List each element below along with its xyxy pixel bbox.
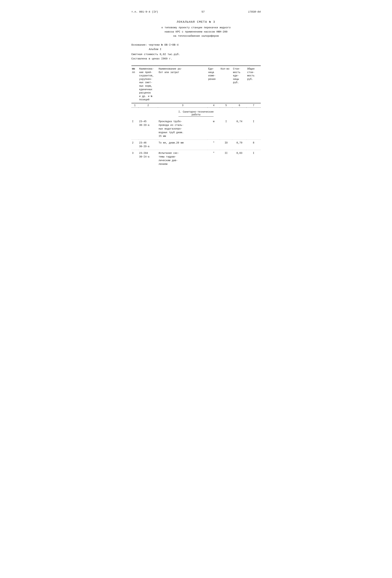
col-num-7: 7: [246, 103, 261, 108]
row1-code: 23–4530-IO-а: [138, 118, 158, 140]
row1-total: I: [246, 118, 261, 140]
row3-qty: II: [220, 150, 232, 167]
col-header-6: Стои-мостьеди-ницыруб.: [232, 66, 246, 103]
row3-price: 0,03: [232, 150, 246, 167]
section-header-text: I. Санитарно-техническиеработы: [178, 110, 214, 117]
col-header-3: Наименование ра-бот или затрат: [158, 66, 208, 103]
osnov-line1: Основание: чертежи № ОВ-I÷ОВ-4: [131, 44, 261, 47]
table-number-row: 1 2 3 4 5 6 7: [131, 103, 261, 108]
title-sub-line3: на теплоснабжение калориферов: [131, 34, 261, 38]
col-num-3: 3: [158, 103, 208, 108]
col-header-7: Общаястои-мостьруб.: [246, 66, 261, 103]
row2-name: То же, диам.20 мм: [158, 140, 208, 150]
row1-name: Прокладка трубо-провода из сталь-ных вод…: [158, 118, 208, 140]
main-table-wrapper: №№пп Наименова-ние прей-скурантов,укрупн…: [131, 66, 261, 167]
col-header-4: Еди-ницаизме-рения: [207, 66, 220, 103]
row3-total: I: [246, 150, 261, 167]
row1-price: 0,74: [232, 118, 246, 140]
title-sub: к типовому проекту станции перекачки жид…: [131, 26, 261, 38]
col-num-1: 1: [131, 103, 139, 108]
main-table: №№пп Наименова-ние прей-скурантов,укрупн…: [131, 66, 261, 167]
osnov-line2: Альбом I: [149, 48, 261, 51]
row3-code: 23–I0430-I4-а: [138, 150, 158, 167]
row1-num: I: [131, 118, 139, 140]
row2-total: 8: [246, 140, 261, 150]
section-header-row: I. Санитарно-техническиеработы: [131, 107, 261, 118]
col-num-4: 4: [207, 103, 220, 108]
row2-num: 2: [131, 140, 139, 150]
row2-code: 23–4630-IO-а: [138, 140, 158, 150]
row2-price: 0,79: [232, 140, 246, 150]
title-section: ЛОКАЛЬНАЯ СМЕТА № 3 к типовому проекту с…: [131, 20, 261, 38]
col-header-2: Наименова-ние прей-скурантов,укрупнен-ны…: [138, 66, 158, 103]
row2-qty: IO: [220, 140, 232, 150]
table-row: 2 23–4630-IO-а То же, диам.20 мм " IO 0,…: [131, 140, 261, 150]
smetnaya-line: Сметная стоимость 0,02 тыс.руб.: [131, 53, 261, 56]
table-header-row: №№пп Наименова-ние прей-скурантов,укрупн…: [131, 66, 261, 103]
sostavlena-line: Составлена в ценах I969 г.: [131, 57, 261, 60]
row3-num: 3: [131, 150, 139, 167]
col-num-2: 2: [138, 103, 158, 108]
header-left: т.п. 801-9-4 (IУ): [131, 10, 158, 13]
row3-unit: ": [207, 150, 220, 167]
row2-unit: ": [207, 140, 220, 150]
title-sub-line2: навоза КРС с применением насосов НЖН-200: [131, 30, 261, 34]
page-header: т.п. 801-9-4 (IУ) 57 17838-04: [131, 10, 261, 13]
col-header-1: №№пп: [131, 66, 139, 103]
col-num-6: 6: [232, 103, 246, 108]
col-header-5: Кол-во: [220, 66, 232, 103]
header-right: 17838-04: [248, 10, 261, 13]
row3-name: Испытание сис-темы гидрав-лическим дав-л…: [158, 150, 208, 167]
col-num-5: 5: [220, 103, 232, 108]
table-row: I 23–4530-IO-а Прокладка трубо-провода и…: [131, 118, 261, 140]
header-center: 57: [201, 10, 205, 13]
row1-qty: I: [220, 118, 232, 140]
title-sub-line1: к типовому проекту станции перекачки жид…: [131, 26, 261, 30]
table-row: 3 23–I0430-I4-а Испытание сис-темы гидра…: [131, 150, 261, 167]
info-section: Основание: чертежи № ОВ-I÷ОВ-4 Альбом I …: [131, 44, 261, 60]
title-main: ЛОКАЛЬНАЯ СМЕТА № 3: [131, 20, 261, 24]
row1-unit: м: [207, 118, 220, 140]
